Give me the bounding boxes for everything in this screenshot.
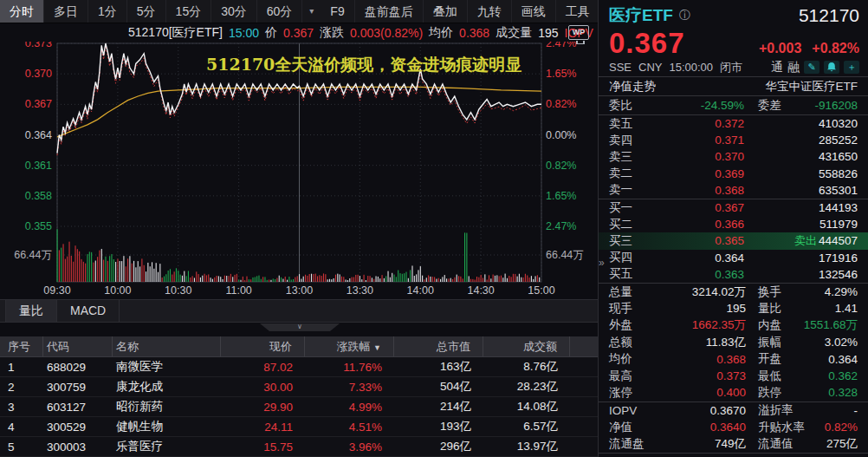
pct-axis-label: 1.65% <box>546 68 576 80</box>
volume-bar <box>218 276 219 282</box>
nav-trend-row[interactable]: 净值走势 华宝中证医疗ETF <box>599 77 868 95</box>
col-header-seq[interactable]: 序号 <box>0 336 43 356</box>
table-row[interactable]: 3 603127 昭衍新药 29.90 4.99% 214亿 14.08亿 <box>0 397 598 417</box>
stat-row: IOPV 0.3670 溢折率 - <box>599 402 868 419</box>
level-price: 0.369 <box>649 167 744 180</box>
cell-price: 30.00 <box>221 381 305 394</box>
volume-bar <box>484 274 485 282</box>
volume-bar <box>264 277 265 282</box>
volume-bar <box>180 275 181 282</box>
table-row[interactable]: 1 688029 南微医学 87.02 11.76% 163亿 8.76亿 <box>0 357 598 377</box>
volume-value: 195 <box>538 26 558 40</box>
volume-bar <box>282 279 283 282</box>
period-more-caret-icon[interactable]: ▾ <box>302 0 321 23</box>
holdings-body: 1 688029 南微医学 87.02 11.76% 163亿 8.76亿 2 … <box>0 357 598 457</box>
period-tab-60min[interactable]: 60分 <box>257 0 303 23</box>
intraday-chart[interactable]: 0.3732.47%0.3701.65%0.3670.82%0.3640.00%… <box>0 42 598 299</box>
tab-volume-ratio[interactable]: 量比 <box>5 300 57 322</box>
col-header-change-pct[interactable]: 涨跌幅 ▼ <box>305 336 394 356</box>
order-book-row[interactable]: 卖二 0.369 558826 <box>599 166 868 182</box>
pct-axis-label: 2.47% <box>546 42 576 49</box>
period-tab-1min[interactable]: 1分 <box>88 0 127 23</box>
weicha-value: -916208 <box>814 99 858 112</box>
col-header-name[interactable]: 名称 <box>113 336 221 356</box>
cell-code: 300759 <box>43 381 113 394</box>
period-tab-15min[interactable]: 15分 <box>166 0 212 23</box>
order-book-row[interactable]: 卖四 0.371 285252 <box>599 132 868 148</box>
order-book-row[interactable]: 买三 0.365 卖出 444507 <box>599 232 868 249</box>
level-volume: 444507 <box>819 234 858 247</box>
alert-bell-icon[interactable] <box>824 61 839 74</box>
col-header-code[interactable]: 代码 <box>43 336 113 356</box>
nine-turn-button[interactable]: 九转 <box>468 0 512 23</box>
col-header-turnover[interactable]: 成交额 <box>483 336 570 356</box>
volume-bar <box>399 273 400 282</box>
table-row[interactable]: 5 300003 乐普医疗 15.75 3.96% 296亿 13.97亿 <box>0 437 598 457</box>
tools-button[interactable]: 工具 <box>556 0 600 23</box>
table-row[interactable]: 2 300759 康龙化成 30.00 7.33% 504亿 28.23亿 <box>0 377 598 397</box>
order-book-row[interactable]: 卖三 0.370 431650 <box>599 148 868 165</box>
volume-bar <box>234 275 235 282</box>
period-tab-30min[interactable]: 30分 <box>211 0 257 23</box>
volume-bar <box>384 278 385 282</box>
table-row[interactable]: 4 300529 健帆生物 24.11 4.51% 193亿 6.57亿 <box>0 417 598 437</box>
volume-bar <box>115 262 116 282</box>
volume-bar <box>513 274 514 282</box>
order-book-row[interactable]: 买四 0.364 171916 <box>599 250 868 266</box>
volume-bar <box>404 273 405 282</box>
volume-bar <box>146 271 146 282</box>
f9-button[interactable]: F9 <box>321 0 354 23</box>
volume-bar <box>258 276 259 282</box>
time-axis-label: 10:30 <box>165 284 191 297</box>
volume-bar <box>113 259 114 282</box>
volume-bar <box>331 279 332 282</box>
volume-bar <box>358 275 359 282</box>
expand-panel-icon[interactable]: » <box>599 254 608 271</box>
ask-levels: 卖五 0.372 410320 卖四 0.371 285252 卖三 0.370… <box>599 115 868 199</box>
cell-pct: 4.99% <box>305 401 394 414</box>
col-header-price[interactable]: 现价 <box>221 336 305 356</box>
stat-label-2: 内盘 <box>758 317 781 333</box>
period-tab-multiday[interactable]: 多日 <box>44 0 88 23</box>
volume-bar <box>194 277 195 282</box>
overlay-button[interactable]: 叠加 <box>424 0 468 23</box>
info-icon[interactable]: ⓘ <box>679 8 690 23</box>
level-volume: 285252 <box>819 134 858 147</box>
volume-bar <box>178 271 178 282</box>
order-book-row[interactable]: 买一 0.367 144193 <box>599 199 868 216</box>
period-tab-5min[interactable]: 5分 <box>127 0 166 23</box>
order-book-row[interactable]: 买二 0.366 511979 <box>599 216 868 232</box>
order-book-row[interactable]: 卖一 0.368 635301 <box>599 182 868 199</box>
tab-macd[interactable]: MACD <box>57 300 120 322</box>
pre-post-market-button[interactable]: 盘前盘后 <box>355 0 424 23</box>
volume-bar <box>261 279 262 282</box>
order-book-row[interactable]: 卖五 0.372 410320 <box>599 115 868 132</box>
volume-bar <box>481 275 482 282</box>
volume-bar <box>243 277 243 282</box>
volume-bar <box>410 270 411 282</box>
volume-bar <box>206 275 207 282</box>
level-price: 0.371 <box>649 134 744 147</box>
order-book-row[interactable]: 买五 0.363 132546 <box>599 266 868 283</box>
chart-annotation: 512170全天溢价频现，资金进场痕迹明显 <box>206 55 521 74</box>
col-header-market-cap[interactable]: 总市值 <box>394 336 483 356</box>
wp-monitor-icon[interactable]: WP <box>568 25 589 40</box>
volume-bar <box>305 275 306 282</box>
edit-pencil-icon[interactable]: ✎ <box>804 61 819 74</box>
cell-pct: 4.51% <box>305 421 394 434</box>
period-tab-intraday[interactable]: 分时 <box>0 0 44 23</box>
collapse-panel-handle[interactable]: ∨ <box>260 323 340 331</box>
volume-bar <box>487 279 488 282</box>
cell-mcap: 163亿 <box>394 359 483 375</box>
add-plus-icon[interactable]: ＋ <box>844 61 859 74</box>
volume-bar <box>335 275 336 282</box>
volume-bar <box>515 274 515 282</box>
volume-bar <box>519 274 520 282</box>
cell-mcap: 504亿 <box>394 379 483 395</box>
cell-code: 688029 <box>43 361 113 374</box>
draw-line-button[interactable]: 画线 <box>512 0 556 23</box>
stat-value-2: 0.328 <box>828 386 858 399</box>
last-price: 0.367 <box>609 27 685 60</box>
chart-toolbar: 分时 多日 1分 5分 15分 30分 60分 ▾ F9 盘前盘后 叠加 九转 … <box>0 0 598 23</box>
level-volume: 511979 <box>819 218 858 231</box>
